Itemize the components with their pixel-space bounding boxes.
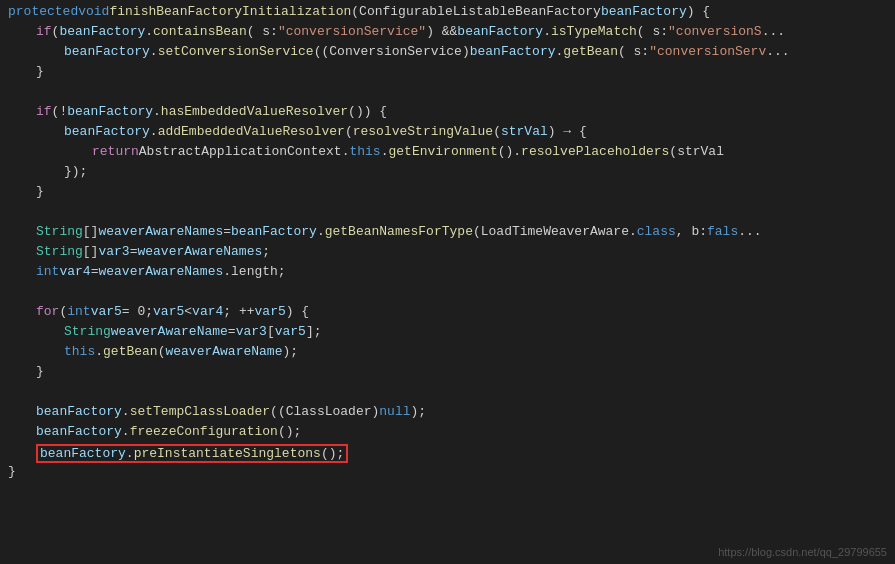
code-token: null (379, 404, 410, 419)
code-token: weaverAwareName (111, 324, 228, 339)
code-token: } (8, 464, 16, 479)
code-token: beanFactory (470, 44, 556, 59)
code-token: ( s: (618, 44, 649, 59)
code-token: . (153, 104, 161, 119)
code-token: . (150, 124, 158, 139)
code-token: "conversionS (668, 24, 762, 39)
code-line: } (0, 64, 895, 84)
code-token: String (36, 224, 83, 239)
code-token: int (36, 264, 59, 279)
code-line: for(int var5 = 0; var5 < var4; ++var5) { (0, 304, 895, 324)
code-token: int (67, 304, 90, 319)
code-token: = 0; (122, 304, 153, 319)
code-line: if (!beanFactory.hasEmbeddedValueResolve… (0, 104, 895, 124)
code-token: = (223, 224, 231, 239)
highlighted-statement: beanFactory.preInstantiateSingletons(); (36, 444, 348, 463)
code-token: beanFactory (40, 446, 126, 461)
code-token: if (36, 24, 52, 39)
code-line: beanFactory.addEmbeddedValueResolver(res… (0, 124, 895, 144)
code-token: } (36, 184, 44, 199)
code-token: ()) { (348, 104, 387, 119)
code-token: var4 (192, 304, 223, 319)
code-token: [ (267, 324, 275, 339)
code-token: "conversionService" (278, 24, 426, 39)
code-token: ... (762, 24, 785, 39)
code-token: (LoadTimeWeaverAware. (473, 224, 637, 239)
code-viewer: protected void finishBeanFactoryInitiali… (0, 0, 895, 564)
code-token: (ConfigurableListableBeanFactory (351, 4, 601, 19)
code-token: class (637, 224, 676, 239)
code-token: ); (282, 344, 298, 359)
code-line: return AbstractApplicationContext.this.g… (0, 144, 895, 164)
code-token: ) && (426, 24, 457, 39)
code-token: beanFactory (67, 104, 153, 119)
code-line: this.getBean(weaverAwareName); (0, 344, 895, 364)
code-token: if (36, 104, 52, 119)
code-token: beanFactory (36, 404, 122, 419)
code-token: getBean (563, 44, 618, 59)
code-token: containsBean (153, 24, 247, 39)
code-token: resolvePlaceholders (521, 144, 669, 159)
code-token: isTypeMatch (551, 24, 637, 39)
code-token: ; (262, 244, 270, 259)
code-token: [] (83, 224, 99, 239)
code-token: (strVal (669, 144, 724, 159)
code-token: ... (738, 224, 761, 239)
code-token: setTempClassLoader (130, 404, 270, 419)
code-token: getEnvironment (388, 144, 497, 159)
code-line: if (beanFactory.containsBean( s: "conver… (0, 24, 895, 44)
code-token: weaverAwareNames (137, 244, 262, 259)
code-token: [] (83, 244, 99, 259)
code-token: } (36, 364, 44, 379)
code-line: String weaverAwareName = var3[var5]; (0, 324, 895, 344)
code-token: . (95, 344, 103, 359)
code-token: , b: (676, 224, 707, 239)
code-token: ( (52, 24, 60, 39)
code-token: getBean (103, 344, 158, 359)
code-token: void (78, 4, 109, 19)
code-token: var5 (275, 324, 306, 339)
code-line: beanFactory.setTempClassLoader((ClassLoa… (0, 404, 895, 424)
code-token: ( (158, 344, 166, 359)
code-line: } (0, 364, 895, 384)
code-token: = (130, 244, 138, 259)
code-token: ; ++ (223, 304, 254, 319)
code-token: weaverAwareNames (98, 264, 223, 279)
code-token: ( (345, 124, 353, 139)
code-token: String (36, 244, 83, 259)
code-token: var5 (91, 304, 122, 319)
code-token: . (543, 24, 551, 39)
code-token: strVal (501, 124, 548, 139)
code-line: }); (0, 164, 895, 184)
code-token: beanFactory (457, 24, 543, 39)
code-token: . (145, 24, 153, 39)
code-token: beanFactory (64, 124, 150, 139)
code-token: . (317, 224, 325, 239)
code-token: ) → { (548, 124, 587, 139)
code-token: this (349, 144, 380, 159)
code-token: ... (766, 44, 789, 59)
code-token: ]; (306, 324, 322, 339)
code-token: addEmbeddedValueResolver (158, 124, 345, 139)
code-token: preInstantiateSingletons (134, 446, 321, 461)
code-token: ( s: (637, 24, 668, 39)
code-token: beanFactory (601, 4, 687, 19)
code-token: this (64, 344, 95, 359)
code-line (0, 384, 895, 404)
code-token: var4 (59, 264, 90, 279)
code-token: beanFactory (231, 224, 317, 239)
code-token: AbstractApplicationContext. (139, 144, 350, 159)
code-token: setConversionService (158, 44, 314, 59)
code-line: } (0, 464, 895, 484)
code-token: return (92, 144, 139, 159)
code-line: beanFactory.preInstantiateSingletons(); (0, 444, 895, 464)
code-line: String[] weaverAwareNames = beanFactory.… (0, 224, 895, 244)
code-token: (); (321, 446, 344, 461)
code-token: (! (52, 104, 68, 119)
code-token: . (122, 424, 130, 439)
code-token: }); (64, 164, 87, 179)
watermark: https://blog.csdn.net/qq_29799655 (718, 546, 887, 558)
code-token: .length; (223, 264, 285, 279)
code-token: "conversionServ (649, 44, 766, 59)
code-token: hasEmbeddedValueResolver (161, 104, 348, 119)
